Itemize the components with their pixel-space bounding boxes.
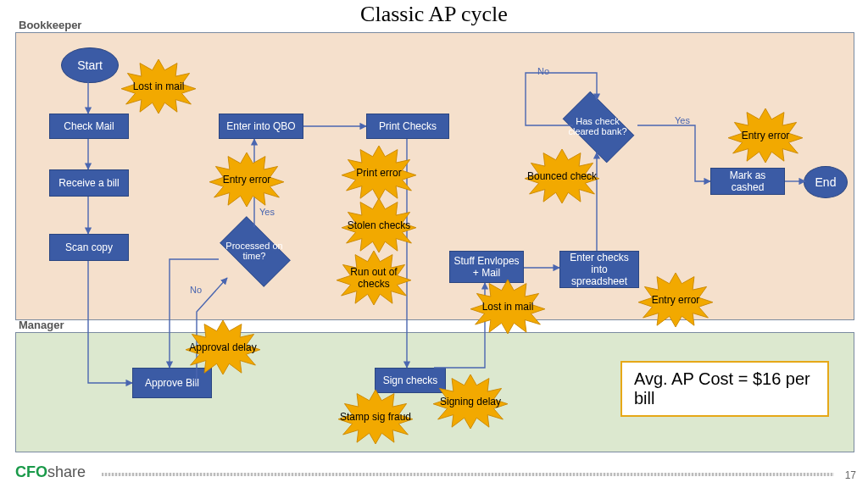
burst-entry-error-2: Entry error — [726, 108, 805, 163]
edge-cleared-no: No — [537, 66, 549, 76]
lane-label-bookkeeper: Bookkeeper — [19, 19, 81, 31]
page-title: Classic AP cycle — [0, 2, 868, 27]
burst-approval-delay: Approval delay — [183, 320, 263, 374]
burst-signing-delay: Signing delay — [431, 374, 510, 429]
page-number: 17 — [845, 469, 856, 481]
burst-entry-error-1: Entry error — [207, 152, 287, 207]
edge-processed-yes: Yes — [259, 207, 275, 217]
node-has-cleared: Has check cleared bank? — [555, 100, 640, 152]
node-start: Start — [61, 47, 119, 83]
node-end: End — [804, 166, 848, 198]
footer-logo: CFOshare — [15, 463, 86, 481]
edge-cleared-yes: Yes — [675, 115, 690, 125]
footer-bar — [102, 473, 834, 476]
node-enter-spreadsheet: Enter checks into spreadsheet — [559, 251, 639, 288]
burst-bounced-check: Bounced check — [522, 149, 602, 203]
callout-avg-cost: Avg. AP Cost = $16 per bill — [620, 361, 829, 417]
burst-print-error: Print error — [339, 146, 419, 200]
burst-lost-in-mail-2: Lost in mail — [468, 280, 548, 334]
burst-run-out-checks: Run out of checks — [334, 251, 414, 305]
burst-stolen-checks: Stolen checks — [339, 198, 419, 252]
edge-processed-no: No — [190, 285, 202, 295]
node-processed-on-time: Processed on time? — [212, 225, 297, 276]
burst-entry-error-3: Entry error — [636, 273, 715, 327]
node-check-mail: Check Mail — [49, 114, 129, 139]
node-stuff-envelopes: Stuff Envlopes + Mail — [449, 251, 524, 283]
burst-lost-in-mail-1: Lost in mail — [119, 59, 198, 114]
node-scan-copy: Scan copy — [49, 234, 129, 261]
lane-label-manager: Manager — [19, 319, 64, 331]
burst-stamp-sig-fraud: Stamp sig fraud — [336, 390, 415, 444]
node-enter-qbo: Enter into QBO — [219, 114, 303, 139]
node-receive-bill: Receive a bill — [49, 169, 129, 197]
node-mark-cashed: Mark as cashed — [710, 168, 785, 195]
node-print-checks: Print Checks — [366, 114, 449, 139]
